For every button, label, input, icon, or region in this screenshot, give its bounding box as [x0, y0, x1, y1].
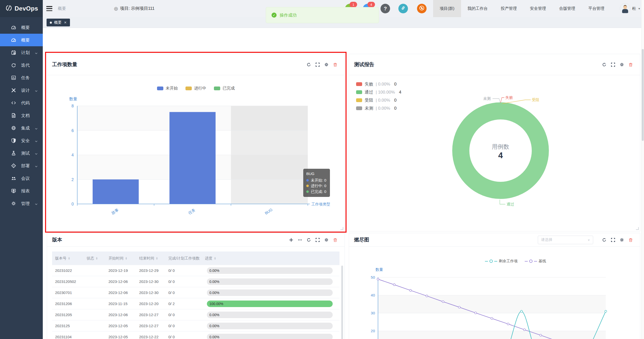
cell-start: 2023-12-19: [105, 268, 136, 273]
sidebar-item-overview-1[interactable]: 概要: [0, 21, 43, 34]
legend-item-通过[interactable]: 通过| 100.00%4: [356, 89, 401, 95]
svg-text:失败: 失败: [505, 95, 513, 100]
trash-icon[interactable]: [333, 238, 337, 242]
nav-item-platform[interactable]: 平台管理: [582, 0, 611, 17]
legend-item-基线[interactable]: 基线: [525, 259, 546, 264]
table-scrollbar[interactable]: [341, 266, 343, 339]
resize-handle[interactable]: [340, 227, 343, 230]
legend-item-失败[interactable]: 失败| 0.00%0: [356, 81, 401, 87]
scrollbar-thumb[interactable]: [642, 49, 644, 141]
column-header-状态[interactable]: 状态▲▼: [84, 256, 105, 261]
nav-item-security[interactable]: 安全管理: [523, 0, 553, 17]
gear-icon[interactable]: [324, 238, 329, 242]
table-row[interactable]: 20231252023-12-052023-12-270/ 00.00%: [52, 320, 339, 331]
user-menu[interactable]: 杜 ▼: [620, 0, 640, 17]
legend-item-已完成[interactable]: 已完成: [214, 86, 235, 91]
legend-item-未开始[interactable]: 未开始: [157, 86, 178, 91]
trash-icon[interactable]: [628, 62, 633, 67]
progress-bar: 0.00%: [207, 267, 333, 274]
cell-start: 2023-11-15: [105, 302, 136, 306]
column-header-版本号[interactable]: 版本号▲▼: [52, 256, 84, 261]
bar-chart-legend: 未开始进行中已完成: [47, 86, 345, 91]
legend-item-受阻[interactable]: 受阻| 0.00%0: [356, 97, 401, 103]
sidebar-item-deploy[interactable]: 部署: [0, 159, 43, 172]
legend-item-剩余工作项[interactable]: 剩余工作项: [485, 259, 518, 264]
sidebar-item-manage[interactable]: 管理: [0, 197, 43, 210]
svg-text:用例数: 用例数: [492, 143, 509, 150]
no-bug-button[interactable]: [417, 4, 427, 13]
help-button[interactable]: ?: [381, 4, 390, 13]
sidebar-item-report[interactable]: 报表: [0, 185, 43, 197]
sidebar-item-plan[interactable]: 计划: [0, 46, 43, 59]
tab-overview[interactable]: 概要 ✕: [47, 19, 70, 26]
card-title: 测试报告: [354, 61, 374, 68]
refresh-icon[interactable]: [307, 238, 311, 242]
sort-icon[interactable]: ▲▼: [96, 257, 98, 260]
column-header-开始时间[interactable]: 开始时间▲▼: [105, 256, 136, 261]
table-row[interactable]: 202312062023-11-152023-12-200/ 2100.00%: [52, 298, 339, 309]
chevron-down-icon: ▼: [638, 7, 640, 10]
column-header-结束时间[interactable]: 结束时间▲▼: [136, 256, 165, 261]
sidebar-item-security[interactable]: 安全: [0, 134, 43, 147]
table-row[interactable]: 202307012023-12-062023-12-300/ 00.00%: [52, 287, 339, 298]
cell-start: 2023-12-06: [105, 313, 136, 317]
success-toast: ✓ 操作成功: [266, 7, 379, 23]
cell-ratio: 0/ 0: [165, 290, 202, 295]
nav-item-projects[interactable]: 项目(群): [433, 0, 461, 17]
nav-item-workbench[interactable]: 我的工作台: [461, 0, 494, 17]
column-header-进度[interactable]: 进度▲▼: [202, 256, 339, 261]
refresh-icon[interactable]: [602, 238, 607, 242]
gear-icon[interactable]: [324, 62, 329, 67]
progress-fill: [207, 301, 333, 307]
sidebar-item-test[interactable]: 测试: [0, 147, 43, 159]
sidebar-item-label: 安全: [21, 138, 30, 144]
plus-icon[interactable]: [289, 238, 293, 242]
gear-icon[interactable]: [620, 62, 624, 67]
fullscreen-icon[interactable]: [315, 62, 320, 67]
link-button[interactable]: [398, 4, 408, 13]
cell-version: 20231104: [52, 335, 84, 339]
refresh-icon[interactable]: [602, 62, 607, 67]
table-row[interactable]: 202312052023-12-062023-12-270/ 00.00%: [52, 309, 339, 320]
sort-icon[interactable]: ▲▼: [125, 257, 127, 260]
nav-item-release[interactable]: 合版管理: [553, 0, 582, 17]
progress-bar: 0.00%: [207, 278, 333, 285]
sidebar-item-docs[interactable]: 文档: [0, 109, 43, 122]
table-row[interactable]: 202310222023-12-192023-12-290/ 00.00%: [52, 265, 339, 276]
trash-icon[interactable]: [333, 62, 337, 67]
cell-version: 2023125: [52, 324, 84, 328]
legend-item-未测[interactable]: 未测| 0.00%0: [356, 105, 401, 111]
resize-handle[interactable]: [636, 227, 639, 230]
sort-icon[interactable]: ▲▼: [156, 257, 158, 260]
app-logo[interactable]: DevOps: [0, 0, 43, 17]
gear-icon[interactable]: [620, 238, 624, 242]
sidebar-item-code[interactable]: 代码: [0, 97, 43, 109]
cell-end: 2023-12-20: [136, 302, 165, 306]
sort-icon[interactable]: ▲▼: [68, 257, 70, 260]
nav-item-production[interactable]: 投产管理: [494, 0, 523, 17]
table-row[interactable]: 20231205022023-12-062023-12-300/ 00.00%: [52, 276, 339, 287]
close-icon[interactable]: ✕: [64, 21, 67, 24]
sidebar-item-iteration[interactable]: 迭代: [0, 59, 43, 71]
sidebar-item-overview-2[interactable]: 概要: [0, 34, 43, 46]
sidebar-item-design[interactable]: 设计: [0, 84, 43, 97]
sidebar-item-meeting[interactable]: 会议: [0, 172, 43, 185]
sidebar-item-tasks[interactable]: 任务: [0, 71, 43, 84]
top-navigation: 项目(群)我的工作台投产管理安全管理合版管理平台管理: [433, 0, 611, 17]
cell-progress: 0.00%: [202, 334, 339, 339]
refresh-icon[interactable]: [307, 62, 311, 67]
legend-item-进行中[interactable]: 进行中: [185, 86, 206, 91]
ellipsis-icon[interactable]: [298, 238, 302, 242]
burndown-select[interactable]: 请选择 ∨: [538, 236, 593, 244]
legend-swatch: [356, 106, 362, 110]
card-actions: 请选择 ∨: [538, 236, 633, 244]
trash-icon[interactable]: [628, 238, 633, 242]
fullscreen-icon[interactable]: [611, 238, 615, 242]
hamburger-menu-icon[interactable]: [46, 6, 52, 11]
fullscreen-icon[interactable]: [611, 62, 615, 67]
sidebar-menu: 概要概要计划迭代任务设计代码文档集成安全测试部署会议报表管理: [0, 17, 43, 210]
table-row[interactable]: 202311042023-12-052023-12-220/ 00.00%: [52, 331, 339, 339]
fullscreen-icon[interactable]: [315, 238, 320, 242]
sort-icon[interactable]: ▲▼: [214, 257, 216, 260]
sidebar-item-integration[interactable]: 集成: [0, 122, 43, 134]
